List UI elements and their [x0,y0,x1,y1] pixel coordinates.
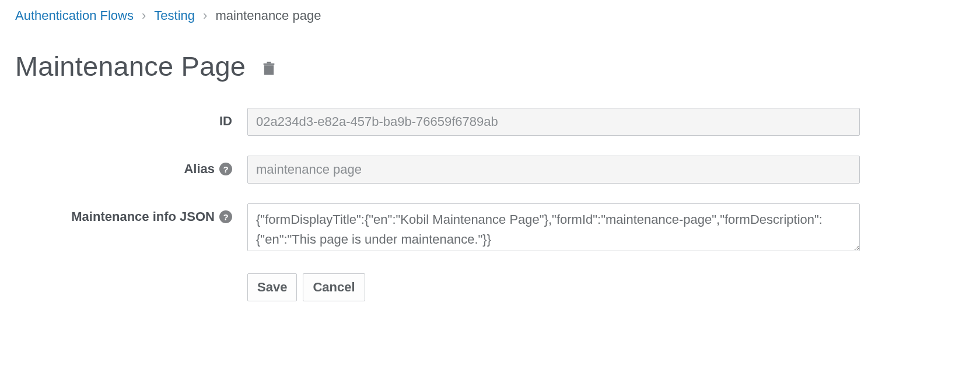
svg-rect-1 [264,63,275,65]
page-title: Maintenance Page [15,50,246,82]
row-alias: Alias ? [15,156,965,184]
label-maintenance-json: Maintenance info JSON [71,209,215,224]
id-field [247,108,860,136]
chevron-right-icon: › [203,8,207,23]
help-icon[interactable]: ? [219,163,232,175]
trash-icon[interactable] [261,59,277,78]
svg-rect-0 [264,65,274,75]
breadcrumb-link-auth-flows[interactable]: Authentication Flows [15,8,134,23]
svg-rect-2 [267,61,271,63]
breadcrumb: Authentication Flows › Testing › mainten… [15,8,965,23]
maintenance-json-field[interactable]: {"formDisplayTitle":{"en":"Kobil Mainten… [247,203,860,251]
alias-field [247,156,860,184]
row-maintenance-json: Maintenance info JSON ? {"formDisplayTit… [15,203,965,254]
breadcrumb-link-testing[interactable]: Testing [154,8,195,23]
help-icon[interactable]: ? [219,210,232,223]
cancel-button[interactable]: Cancel [303,273,365,301]
chevron-right-icon: › [142,8,146,23]
form: ID Alias ? Maintenance info JSON ? {"for… [15,108,965,301]
label-id: ID [219,114,232,129]
row-id: ID [15,108,965,136]
label-alias: Alias [184,161,215,177]
save-button[interactable]: Save [247,273,297,301]
breadcrumb-current: maintenance page [215,8,321,23]
